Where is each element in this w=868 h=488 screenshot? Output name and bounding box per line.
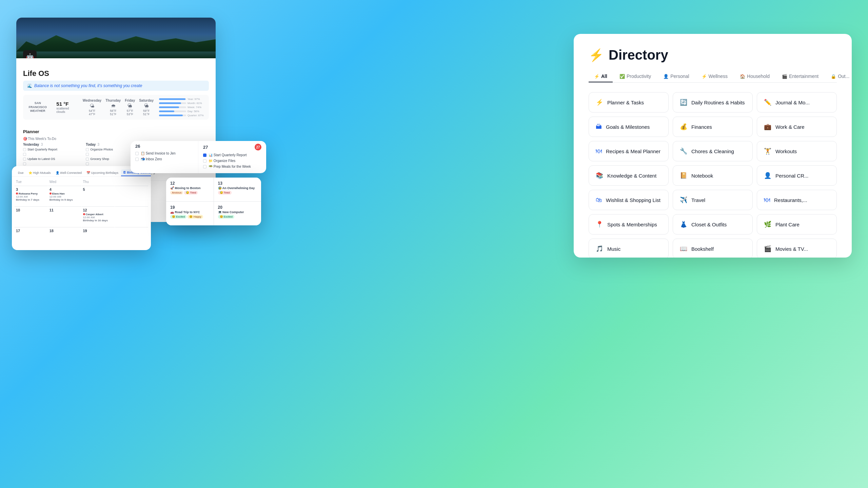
dir-card-finances[interactable]: 💰 Finances bbox=[673, 117, 753, 137]
dir-card-plant-care[interactable]: 🌿 Plant Care bbox=[757, 214, 837, 235]
dir-card-movies-tv[interactable]: 🎬 Movies & TV... bbox=[757, 239, 837, 258]
forecast-wed: Wednesday 🌤 54°F47°F bbox=[83, 99, 101, 116]
mood-cell-19: 19 🚗 Road Trip to NYC 😊 Excited 😊 Happy bbox=[166, 202, 214, 225]
birthday-calendar-panel: Due ⭐ High Mutuals 👤 Well-Connected 📅 Up… bbox=[12, 166, 151, 250]
weather-desc: scattered clouds bbox=[56, 107, 77, 114]
dir-card-journal[interactable]: ✏️ Journal & Mo... bbox=[757, 92, 837, 113]
cal-tab-upcoming-birthdays[interactable]: 📅 Upcoming Birthdays bbox=[84, 170, 120, 176]
cal-cell-17: 17 bbox=[15, 227, 48, 247]
tasks-date-26: 26 bbox=[135, 144, 193, 149]
dir-card-notebook[interactable]: 📔 Notebook bbox=[673, 165, 753, 186]
dir-card-personal-crm[interactable]: 👤 Personal CR... bbox=[757, 165, 837, 186]
dir-card-goals[interactable]: 🏔 Goals & Milestones bbox=[589, 117, 669, 137]
mood-cell-13: 13 😰 An Overwhelming Day 😓 Tired bbox=[214, 178, 261, 201]
dir-card-music[interactable]: 🎵 Music bbox=[589, 239, 669, 258]
dir-card-work-care[interactable]: 💼 Work & Care bbox=[757, 117, 837, 137]
cal-tab-well-connected[interactable]: 👤 Well-Connected bbox=[54, 170, 84, 176]
life-os-quote: 🌊 Balance is not something you find, it'… bbox=[23, 81, 209, 91]
dir-card-bookshelf[interactable]: 📖 Bookshelf bbox=[673, 239, 753, 258]
directory-panel: ⚡ Directory ⚡ All ✅ Productivity 👤 Perso… bbox=[574, 34, 852, 258]
mood-cell-12: 12 🚀 Moving to Boston Anxious 😓 Tired bbox=[166, 178, 214, 201]
cal-cell-3: 3 Roksana Perry 12:00 AM Birthday in 7 d… bbox=[15, 186, 48, 206]
hero-image: 🤖 bbox=[16, 18, 216, 58]
dir-tab-entertainment[interactable]: 🎬 Entertainment bbox=[776, 71, 824, 82]
dir-tab-productivity[interactable]: ✅ Productivity bbox=[614, 71, 656, 82]
dir-tab-out[interactable]: 🔒 Out... bbox=[825, 71, 852, 82]
forecast-thu: Thursday 🌧 56°F51°F bbox=[105, 99, 121, 116]
cal-cell-18: 18 bbox=[48, 227, 81, 247]
life-os-app-icon: 🤖 bbox=[23, 50, 37, 58]
tasks-col-27: 27 27 📊 Start Quarterly Report 📁 Organiz… bbox=[198, 141, 266, 173]
cal-cell-10: 10 bbox=[15, 206, 48, 227]
dir-card-chores[interactable]: 🔧 Chores & Cleaning bbox=[673, 141, 753, 161]
life-os-title: Life OS bbox=[23, 69, 209, 78]
weather-forecast: Wednesday 🌤 54°F47°F Thursday 🌧 56°F51°F… bbox=[83, 99, 154, 116]
tasks-panel: 26 📋 Send Invoice to Jen 📬 Inbox Zero 27… bbox=[131, 141, 266, 173]
directory-grid: ⚡ Planner & Tasks 🔄 Daily Routines & Hab… bbox=[589, 92, 837, 258]
dir-card-daily-routines[interactable]: 🔄 Daily Routines & Habits bbox=[673, 92, 753, 113]
cal-cell-empty3 bbox=[115, 227, 148, 247]
cal-cell-4: 4 Elara Han 12:00 AM Birthday in 9 days bbox=[48, 186, 81, 206]
directory-title: Directory bbox=[609, 47, 668, 63]
dir-card-planner-tasks[interactable]: ⚡ Planner & Tasks bbox=[589, 92, 669, 113]
stats-bars: Year: 97% Month: 81% Week: 74% Day: 56% … bbox=[159, 98, 206, 117]
cal-tab-due[interactable]: Due bbox=[16, 170, 26, 176]
task-organize-files: 📁 Organize Files bbox=[203, 159, 261, 163]
task-prep-meals: 🥗 Prep Meals for the Week bbox=[203, 165, 261, 168]
cal-cell-empty2 bbox=[115, 206, 148, 227]
dir-card-spots[interactable]: 📍 Spots & Memberships bbox=[589, 214, 669, 235]
calendar-grid: 3 Roksana Perry 12:00 AM Birthday in 7 d… bbox=[15, 186, 148, 247]
cal-cell-19: 19 bbox=[82, 227, 115, 247]
dir-card-knowledge[interactable]: 📚 Knowledge & Content bbox=[589, 165, 669, 186]
directory-icon: ⚡ bbox=[589, 48, 604, 62]
mood-grid: 12 🚀 Moving to Boston Anxious 😓 Tired 13… bbox=[166, 178, 261, 225]
task-inbox-zero: 📬 Inbox Zero bbox=[135, 157, 193, 161]
dir-card-workouts[interactable]: 🏋 Workouts bbox=[757, 141, 837, 161]
mood-panel: 12 🚀 Moving to Boston Anxious 😓 Tired 13… bbox=[166, 178, 261, 225]
directory-header: ⚡ Directory bbox=[589, 47, 837, 63]
dir-card-wishlist[interactable]: 🛍 Wishlist & Shopping List bbox=[589, 190, 669, 210]
calendar-body: Tue Wed Thu 3 Roksana Perry 12:00 AM Bir… bbox=[12, 177, 151, 250]
planner-subtitle: 🎯 This Week's To-Do bbox=[23, 137, 56, 141]
forecast-sat: Saturday 🌦 59°F51°F bbox=[139, 99, 154, 116]
dir-card-closet[interactable]: 👗 Closet & Outfits bbox=[673, 214, 753, 235]
dir-tab-household[interactable]: 🏠 Household bbox=[734, 71, 775, 82]
task-send-invoice: 📋 Send Invoice to Jen bbox=[135, 151, 193, 155]
dir-tab-personal[interactable]: 👤 Personal bbox=[658, 71, 694, 82]
forecast-fri: Friday 🌦 57°F53°F bbox=[125, 99, 135, 116]
weather-temp: 51 °F bbox=[56, 101, 77, 107]
calendar-tabs: Due ⭐ High Mutuals 👤 Well-Connected 📅 Up… bbox=[12, 166, 151, 177]
cal-tab-high-mutuals[interactable]: ⭐ High Mutuals bbox=[26, 170, 53, 176]
cal-cell-5: 5 bbox=[82, 186, 115, 206]
cal-cell-empty1 bbox=[115, 186, 148, 206]
tasks-badge-27: 27 bbox=[255, 144, 261, 150]
dir-tab-all[interactable]: ⚡ All bbox=[589, 71, 613, 82]
dir-tab-wellness[interactable]: ⚡ Wellness bbox=[696, 71, 733, 82]
weather-current: 51 °F scattered clouds bbox=[56, 101, 77, 114]
directory-tabs: ⚡ All ✅ Productivity 👤 Personal ⚡ Wellne… bbox=[589, 71, 837, 83]
mood-cell-20: 20 💻 New Computer 😊 Excited bbox=[214, 202, 261, 225]
tasks-date-27: 27 bbox=[203, 145, 208, 150]
quote-icon: 🌊 bbox=[27, 83, 32, 88]
dir-card-recipes[interactable]: 🍽 Recipes & Meal Planner bbox=[589, 141, 669, 161]
cal-cell-11: 11 bbox=[48, 206, 81, 227]
weather-location: SAN FRANCISCOWEATHER bbox=[26, 101, 50, 113]
tasks-col-26: 26 📋 Send Invoice to Jen 📬 Inbox Zero bbox=[131, 141, 198, 173]
dir-card-travel[interactable]: ✈️ Travel bbox=[673, 190, 753, 210]
planner-title: Planner bbox=[23, 129, 56, 134]
task-quarterly-report: 📊 Start Quarterly Report bbox=[203, 153, 261, 157]
cal-cell-12: 12 Casper Albert 12:00 AM Birthday in 16… bbox=[82, 206, 115, 227]
dir-card-restaurants[interactable]: 🍽 Restaurants,... bbox=[757, 190, 837, 210]
weather-widget: SAN FRANCISCOWEATHER 51 °F scattered clo… bbox=[23, 95, 209, 120]
